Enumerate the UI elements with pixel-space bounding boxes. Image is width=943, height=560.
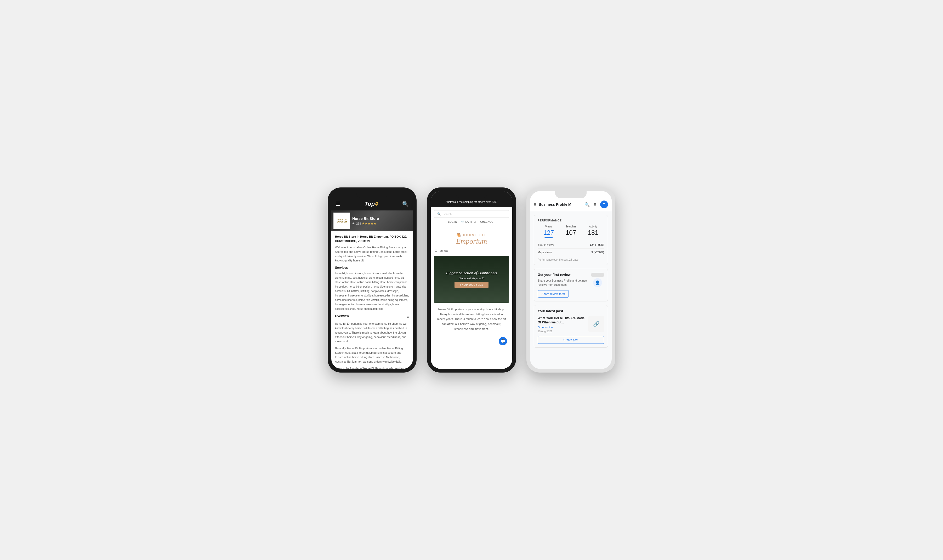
phone-top4: ☰ Top4 🔍 HORSE BITEMPORIUM Horse Bit Sto… [328, 188, 417, 372]
nav-links: LOG IN 🛒 CART (0) CHECKOUT [434, 220, 509, 223]
performance-label: PERFORMANCE [538, 219, 604, 222]
menu-bar: ☰ MENU [434, 249, 509, 252]
post-item: What Your Horse Bits Are Made Of When we… [538, 316, 604, 333]
overview-para-2: Basically, Horse Bit Emporium is an onli… [335, 346, 409, 364]
overview-para-3: Loren is the founder of Horse Bit Empori… [335, 366, 409, 369]
maps-views-row: Maps views 3 (+200%) [538, 248, 604, 256]
store-logo: HORSE BITEMPORIUM [334, 212, 350, 229]
chat-float-button[interactable]: 💬 [499, 337, 507, 345]
menu-label[interactable]: MENU [440, 249, 448, 252]
performance-card: PERFORMANCE Views 127 Searches 107 Acti [534, 215, 608, 265]
top4-logo-accent: 4 [375, 200, 378, 207]
search-bar[interactable]: 🔍 Search... [434, 210, 509, 218]
hero-subtitle: Bradoon & Weymouth [446, 277, 497, 280]
overview-title: Overview [335, 314, 349, 318]
post-card: Your latest post What Your Horse Bits Ar… [534, 305, 608, 348]
hero-title: Biggest Selection of Double Sets [446, 271, 497, 276]
post-image-icon: 🔗 [593, 321, 600, 327]
post-item-image: 🔗 [588, 316, 604, 332]
searches-metric: Searches 107 [565, 225, 576, 238]
search-views-value: 124 (+55%) [590, 243, 604, 246]
views-count: 258 [356, 222, 361, 225]
phone-screen-3[interactable]: ≡ Business Profile M 🔍 ⊞ T PERFORMANCE V… [530, 191, 612, 369]
store-views: 👁 258 ★★★★★ [352, 222, 379, 225]
services-list: horse bit, horse bit store, horse bit st… [335, 271, 409, 311]
activity-value: 181 [588, 229, 598, 236]
star-rating: ★★★★★ [362, 222, 376, 225]
logo-brand-text: HORSE·BIT [463, 234, 487, 237]
store-address: Horse Bit Store in Horse Bit Emporium, P… [335, 234, 409, 243]
menu-icon: ☰ [435, 249, 437, 252]
store-info: Horse Bit Store 👁 258 ★★★★★ [352, 217, 379, 225]
overview-header: Overview ∧ [335, 314, 409, 320]
gbp-hamburger-icon[interactable]: ≡ [534, 202, 537, 207]
top4-content: Horse Bit Store in Horse Bit Emporium, P… [331, 231, 413, 369]
searches-label: Searches [565, 225, 576, 228]
shipping-amount: $300 [492, 200, 497, 203]
phone-screen-2[interactable]: Australia: Free shipping for orders over… [431, 191, 512, 369]
hamburger-icon[interactable]: ☰ [335, 201, 340, 207]
checkout-link[interactable]: CHECKOUT [480, 220, 495, 223]
login-link[interactable]: LOG IN [448, 220, 457, 223]
phones-container: ☰ Top4 🔍 HORSE BITEMPORIUM Horse Bit Sto… [328, 188, 615, 372]
store-hero: HORSE BITEMPORIUM Horse Bit Store 👁 258 … [331, 211, 413, 231]
shop-button[interactable]: SHOP DOUBLES [454, 282, 489, 288]
chevron-up-icon[interactable]: ∧ [407, 315, 409, 319]
cart-link[interactable]: 🛒 CART (0) [461, 220, 476, 223]
search-views-row: Search views 124 (+55%) [538, 241, 604, 248]
phone-screen-1[interactable]: ☰ Top4 🔍 HORSE BITEMPORIUM Horse Bit Sto… [331, 191, 413, 369]
top4-logo: Top4 [365, 200, 378, 207]
views-metric: Views 127 [543, 225, 554, 238]
views-label: Views [543, 225, 554, 228]
hero-overlay: Biggest Selection of Double Sets Bradoon… [446, 271, 497, 288]
post-text: What Your Horse Bits Are Made Of When we… [538, 316, 586, 333]
phone-notch-3 [555, 191, 586, 198]
gbp-search-icon[interactable]: 🔍 [585, 202, 590, 207]
gbp-grid-icon[interactable]: ⊞ [593, 202, 597, 206]
site-description: Horse Bit Emporium is your one stop hors… [434, 307, 509, 331]
eye-icon: 👁 [352, 222, 355, 225]
review-person-icon: 👤 [593, 278, 602, 287]
website-body: 🔍 Search... LOG IN 🛒 CART (0) CHECKOUT 🐴 [431, 207, 512, 334]
search-icon[interactable]: 🔍 [402, 201, 409, 207]
views-value: 127 [543, 229, 554, 236]
maps-views-value: 3 (+200%) [591, 251, 604, 254]
post-item-link[interactable]: Order online [538, 326, 586, 329]
maps-views-label: Maps views [538, 251, 552, 254]
cart-label: CART (0) [465, 220, 476, 223]
post-item-date: 19 Aug 2021 [538, 330, 586, 333]
logo-brand: 🐴 HORSE·BIT [434, 233, 509, 237]
shipping-text: Australia: Free shipping for orders over [446, 200, 492, 203]
activity-label: Activity [588, 225, 598, 228]
post-item-title: What Your Horse Bits Are Made Of When we… [538, 316, 586, 325]
phone-gbp: ≡ Business Profile M 🔍 ⊞ T PERFORMANCE V… [526, 188, 615, 372]
search-icon-small: 🔍 [437, 212, 441, 216]
performance-metrics: Views 127 Searches 107 Activity 181 [538, 225, 604, 238]
shipping-notice: Australia: Free shipping for orders over… [435, 200, 508, 203]
phone-notch-1 [357, 191, 388, 198]
site-logo: 🐴 HORSE·BIT Emporium [434, 228, 509, 249]
review-card: ··· 👤 Get your first review Share your B… [534, 269, 608, 302]
logo-script: Emporium [434, 238, 509, 245]
views-bar [545, 237, 553, 238]
phone-website: Australia: Free shipping for orders over… [427, 188, 516, 372]
post-card-title: Your latest post [538, 309, 604, 313]
search-placeholder: Search... [443, 212, 454, 216]
store-description: Welcome to Australia's Online Horse Bitt… [335, 245, 409, 263]
services-title: Services [335, 266, 409, 269]
searches-value: 107 [565, 229, 576, 236]
review-illustration: ··· 👤 [591, 273, 604, 288]
hero-image: Biggest Selection of Double Sets Bradoon… [434, 256, 509, 303]
activity-metric: Activity 181 [588, 225, 598, 238]
share-review-button[interactable]: Share review form [538, 290, 569, 297]
search-views-label: Search views [538, 243, 554, 246]
cart-icon: 🛒 [461, 220, 464, 223]
create-post-button[interactable]: Create post [538, 336, 604, 344]
gbp-body: PERFORMANCE Views 127 Searches 107 Acti [530, 211, 612, 355]
chat-icon: 💬 [501, 339, 505, 343]
review-dots: ··· [591, 273, 604, 277]
gbp-avatar[interactable]: T [600, 200, 608, 208]
store-name: Horse Bit Store [352, 217, 379, 221]
gbp-header-icons: 🔍 ⊞ T [585, 200, 608, 208]
overview-para-1: Horse Bit Emporium is your one stop hors… [335, 322, 409, 343]
